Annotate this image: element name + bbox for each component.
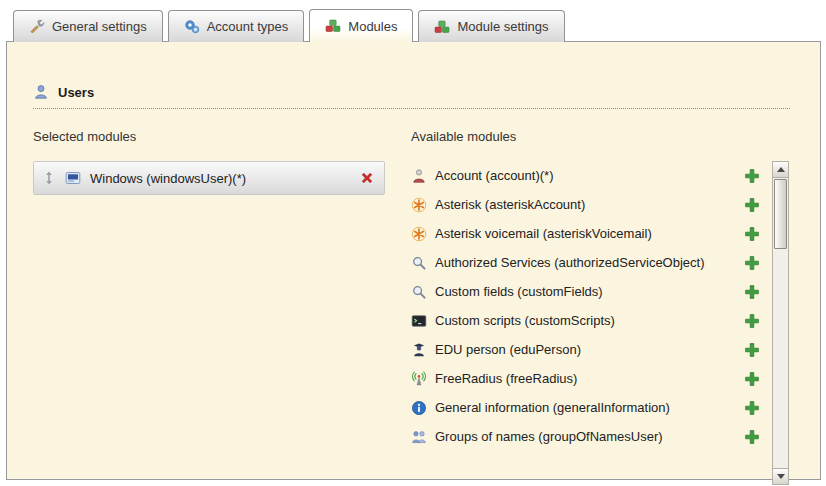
add-module-button[interactable] (744, 429, 760, 445)
add-module-button[interactable] (744, 342, 760, 358)
green-plus-icon (744, 255, 760, 271)
available-module-name: Custom scripts (customScripts) (435, 313, 744, 328)
section-title: Users (58, 85, 94, 100)
tab-label: Modules (348, 19, 397, 34)
group-icon (411, 429, 427, 445)
asterisk-voicemail-icon (411, 226, 427, 242)
content-panel: Users Selected modules (6, 41, 821, 480)
scrollbar-thumb[interactable] (774, 179, 787, 249)
available-modules-scrollbar[interactable] (772, 161, 789, 485)
gears-icon (184, 19, 200, 35)
available-module-row: Account (account)(*) (411, 161, 772, 190)
info-icon (411, 400, 427, 416)
available-module-name: FreeRadius (freeRadius) (435, 371, 744, 386)
account-icon (411, 168, 427, 184)
wrench-icon (29, 19, 45, 35)
available-module-name: Groups of names (groupOfNamesUser) (435, 429, 744, 444)
green-plus-icon (744, 400, 760, 416)
module-settings-icon (434, 19, 450, 35)
green-plus-icon (744, 226, 760, 242)
available-module-row: Custom fields (customFields) (411, 277, 772, 306)
section-header: Users (33, 84, 820, 100)
drag-handle-icon[interactable] (43, 170, 55, 186)
tab-modules[interactable]: Modules (309, 9, 413, 42)
selected-module-name: Windows (windowsUser)(*) (90, 171, 359, 186)
tab-bar: General settings Account types Modules (13, 9, 565, 42)
tab-module-settings[interactable]: Module settings (418, 10, 564, 42)
available-modules-label: Available modules (411, 129, 789, 144)
add-module-button[interactable] (744, 400, 760, 416)
available-modules-list: Account (account)(*) (411, 161, 789, 485)
add-module-button[interactable] (744, 226, 760, 242)
arrow-up-icon (777, 167, 785, 172)
red-x-icon (359, 170, 375, 186)
modules-icon (325, 18, 341, 34)
available-modules-column: Available modules Account (account)(*) (411, 125, 789, 485)
available-module-name: Asterisk (asteriskAccount) (435, 197, 744, 212)
scrollbar-track[interactable] (773, 178, 788, 468)
available-module-row: Asterisk voicemail (asteriskVoicemail) (411, 219, 772, 248)
add-module-button[interactable] (744, 255, 760, 271)
available-module-row: EDU person (eduPerson) (411, 335, 772, 364)
add-module-button[interactable] (744, 313, 760, 329)
edu-person-icon (411, 342, 427, 358)
module-columns: Selected modules Windows (w (33, 125, 820, 485)
available-module-row: Custom scripts (customScripts) (411, 306, 772, 335)
selected-module-row[interactable]: Windows (windowsUser)(*) (33, 161, 385, 195)
green-plus-icon (744, 313, 760, 329)
available-module-row: General information (generalInformation) (411, 393, 772, 422)
tab-general-settings[interactable]: General settings (13, 10, 163, 42)
remove-module-button[interactable] (359, 170, 375, 186)
add-module-button[interactable] (744, 168, 760, 184)
green-plus-icon (744, 429, 760, 445)
available-module-row: Asterisk (asteriskAccount) (411, 190, 772, 219)
add-module-button[interactable] (744, 371, 760, 387)
magnifier-icon (411, 284, 427, 300)
available-module-name: Custom fields (customFields) (435, 284, 744, 299)
magnifier-icon (411, 255, 427, 271)
scroll-up-button[interactable] (773, 162, 788, 178)
tab-label: General settings (52, 19, 147, 34)
available-module-row: Groups of names (groupOfNamesUser) (411, 422, 772, 451)
green-plus-icon (744, 342, 760, 358)
available-module-name: EDU person (eduPerson) (435, 342, 744, 357)
green-plus-icon (744, 371, 760, 387)
tab-label: Module settings (457, 19, 548, 34)
available-module-name: General information (generalInformation) (435, 400, 744, 415)
antenna-icon (411, 371, 427, 387)
green-plus-icon (744, 168, 760, 184)
tab-label: Account types (207, 19, 289, 34)
available-module-name: Account (account)(*) (435, 168, 744, 183)
scroll-down-button[interactable] (773, 468, 788, 484)
windows-module-icon (65, 170, 81, 186)
green-plus-icon (744, 197, 760, 213)
asterisk-icon (411, 197, 427, 213)
tab-account-types[interactable]: Account types (168, 10, 305, 42)
available-module-name: Asterisk voicemail (asteriskVoicemail) (435, 226, 744, 241)
arrow-down-icon (777, 474, 785, 479)
available-module-name: Authorized Services (authorizedServiceOb… (435, 255, 744, 270)
selected-modules-column: Selected modules Windows (w (33, 125, 385, 485)
available-module-row: FreeRadius (freeRadius) (411, 364, 772, 393)
terminal-icon (411, 313, 427, 329)
add-module-button[interactable] (744, 284, 760, 300)
selected-modules-label: Selected modules (33, 129, 385, 144)
user-icon (33, 84, 49, 100)
green-plus-icon (744, 284, 760, 300)
available-module-row: Authorized Services (authorizedServiceOb… (411, 248, 772, 277)
add-module-button[interactable] (744, 197, 760, 213)
divider (33, 108, 790, 109)
